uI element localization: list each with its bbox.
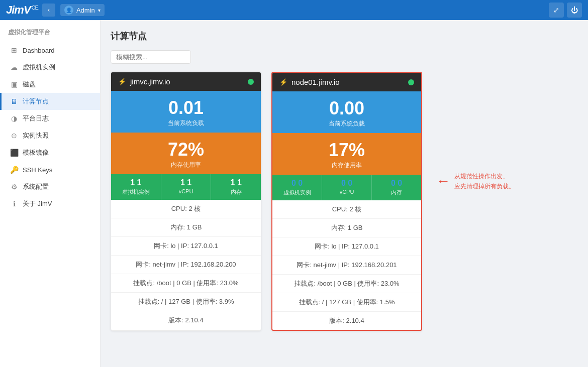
load-value-1: 0.01	[115, 99, 257, 117]
sidebar-item-about[interactable]: ℹ 关于 JimV	[0, 195, 100, 212]
annotation-line1: 从规范性操作出发、	[454, 171, 515, 181]
memory-value-1: 72%	[115, 141, 257, 159]
platform-log-icon: ◑	[10, 114, 19, 123]
node-card-1: ⚡ jimvc.jimv.io 0.01 当前系统负载 72% 内存使用率 1 …	[111, 72, 261, 331]
node-header-left-1: ⚡ jimvc.jimv.io	[118, 77, 170, 86]
sidebar-item-ssh-keys[interactable]: 🔑 SSH Keys	[0, 161, 100, 178]
info-version-2: 版本: 2.10.4	[272, 312, 421, 330]
vm-instances-icon: ☁	[10, 63, 19, 72]
compute-nodes-icon: 🖥	[10, 97, 19, 106]
logo: JimVCE	[6, 4, 38, 17]
info-mount-root-2: 挂载点: / | 127 GB | 使用率: 1.5%	[272, 293, 421, 312]
info-mem-1: 内存: 1 GB	[111, 218, 261, 237]
templates-icon: ⬛	[10, 148, 19, 157]
node-hostname-2: node01.jimv.io	[291, 78, 340, 86]
nav-back-button[interactable]: ‹	[42, 4, 55, 17]
stat-label-vcpu-2: vCPU	[324, 189, 369, 195]
load-label-2: 当前系统负载	[276, 119, 417, 128]
admin-label: Admin	[76, 7, 95, 14]
nodes-wrapper: ⚡ jimvc.jimv.io 0.01 当前系统负载 72% 内存使用率 1 …	[111, 72, 578, 331]
node-load-1: 0.01 当前系统负载	[111, 91, 261, 133]
sidebar-label-compute-nodes: 计算节点	[23, 97, 49, 106]
annotation-line2: 应先清理掉所有负载。	[454, 181, 515, 191]
stat-value-vcpu-2: 0 0	[324, 179, 369, 188]
info-mount-boot-1: 挂载点: /boot | 0 GB | 使用率: 23.0%	[111, 274, 261, 293]
content-area: 计算节点 ⚡ jimvc.jimv.io 0.01 当前系统负载 72%	[101, 20, 588, 367]
page-title: 计算节点	[111, 30, 578, 42]
node-header-1: ⚡ jimvc.jimv.io	[111, 72, 261, 91]
stat-item-vcpu-1: 1 1 vCPU	[161, 174, 212, 200]
node-icon-2: ⚡	[279, 78, 287, 86]
info-mount-boot-2: 挂载点: /boot | 0 GB | 使用率: 23.0%	[272, 275, 421, 293]
node-stats-1: 1 1 虚拟机实例 1 1 vCPU 1 1 内存	[111, 174, 261, 200]
info-cpu-2: CPU: 2 核	[272, 200, 421, 219]
header-actions: ⤢ ⏻	[549, 3, 582, 18]
expand-icon: ⤢	[553, 6, 559, 14]
stat-item-mem-1: 1 1 内存	[211, 174, 261, 200]
ssh-keys-icon: 🔑	[10, 165, 19, 174]
logo-ce: CE	[32, 5, 38, 11]
sidebar-label-sys-config: 系统配置	[23, 182, 49, 191]
stat-label-vm-2: 虚拟机实例	[274, 189, 320, 196]
node-header-2: ⚡ node01.jimv.io	[272, 73, 421, 91]
admin-menu[interactable]: 👤 Admin ▾	[60, 4, 105, 16]
node-header-left-2: ⚡ node01.jimv.io	[279, 78, 340, 86]
info-cpu-1: CPU: 2 核	[111, 200, 261, 218]
annotation-text: 从规范性操作出发、 应先清理掉所有负载。	[454, 171, 515, 192]
sidebar-item-dashboard[interactable]: ⊞ Dashboard	[0, 42, 100, 59]
memory-label-1: 内存使用率	[115, 161, 257, 169]
stat-value-vm-2: 0 0	[274, 179, 320, 188]
sidebar: 虚拟化管理平台 ⊞ Dashboard ☁ 虚拟机实例 ▣ 磁盘 🖥 计算节点 …	[0, 20, 101, 367]
sys-config-icon: ⚙	[10, 182, 19, 191]
power-button[interactable]: ⏻	[567, 3, 582, 18]
memory-value-2: 17%	[276, 141, 417, 159]
sidebar-item-snapshots[interactable]: ⊙ 实例快照	[0, 127, 100, 144]
sidebar-item-platform-log[interactable]: ◑ 平台日志	[0, 110, 100, 127]
sidebar-item-templates[interactable]: ⬛ 模板镜像	[0, 144, 100, 161]
sidebar-item-compute-nodes[interactable]: 🖥 计算节点	[0, 93, 100, 110]
sidebar-label-vm-instances: 虚拟机实例	[23, 63, 55, 72]
node-load-2: 0.00 当前系统负载	[272, 91, 421, 133]
info-mem-2: 内存: 1 GB	[272, 219, 421, 237]
info-nic-net-1: 网卡: net-jimv | IP: 192.168.20.200	[111, 256, 261, 274]
sidebar-label-templates: 模板镜像	[23, 148, 49, 157]
status-dot-2	[408, 79, 414, 85]
annotation-wrapper: ← 从规范性操作出发、 应先清理掉所有负载。	[436, 72, 515, 331]
sidebar-item-disk[interactable]: ▣ 磁盘	[0, 76, 100, 93]
info-nic-net-2: 网卡: net-jimv | IP: 192.168.20.201	[272, 256, 421, 275]
header: JimVCE ‹ 👤 Admin ▾ ⤢ ⏻	[0, 0, 588, 20]
sidebar-label-about: 关于 JimV	[23, 199, 52, 208]
node-icon-1: ⚡	[118, 78, 126, 85]
node-info-2: CPU: 2 核 内存: 1 GB 网卡: lo | IP: 127.0.0.1…	[272, 200, 421, 330]
expand-button[interactable]: ⤢	[549, 3, 564, 18]
stat-value-mem-2: 0 0	[374, 179, 419, 188]
stat-item-vm-1: 1 1 虚拟机实例	[111, 174, 161, 200]
node-hostname-1: jimvc.jimv.io	[130, 77, 170, 86]
annotation-arrow-icon: ←	[436, 173, 450, 189]
annotation: ← 从规范性操作出发、 应先清理掉所有负载。	[436, 171, 515, 192]
power-icon: ⏻	[571, 6, 578, 14]
info-version-1: 版本: 2.10.4	[111, 311, 261, 329]
node-memory-2: 17% 内存使用率	[272, 133, 421, 175]
stat-item-vm-2: 0 0 虚拟机实例	[272, 175, 322, 200]
sidebar-label-platform-log: 平台日志	[23, 114, 49, 123]
node-stats-2: 0 0 虚拟机实例 0 0 vCPU 0 0 内存	[272, 175, 421, 200]
sidebar-label-ssh-keys: SSH Keys	[23, 166, 52, 174]
sidebar-item-sys-config[interactable]: ⚙ 系统配置	[0, 178, 100, 195]
node-memory-1: 72% 内存使用率	[111, 133, 261, 174]
info-nic-lo-2: 网卡: lo | IP: 127.0.0.1	[272, 237, 421, 256]
node-card-2: ⚡ node01.jimv.io 0.00 当前系统负载 17% 内存使用率 0…	[271, 72, 422, 331]
dropdown-arrow-icon: ▾	[98, 8, 101, 13]
sidebar-item-vm-instances[interactable]: ☁ 虚拟机实例	[0, 59, 100, 76]
dashboard-icon: ⊞	[10, 46, 19, 55]
memory-label-2: 内存使用率	[276, 161, 417, 170]
stat-value-vcpu-1: 1 1	[163, 178, 209, 187]
search-input[interactable]	[111, 50, 191, 64]
stat-label-vcpu-1: vCPU	[163, 188, 209, 194]
node-info-1: CPU: 2 核 内存: 1 GB 网卡: lo | IP: 127.0.0.1…	[111, 200, 261, 329]
stat-value-vm-1: 1 1	[113, 178, 159, 187]
load-label-1: 当前系统负载	[115, 119, 257, 128]
load-value-2: 0.00	[276, 99, 417, 117]
status-dot-1	[248, 79, 254, 85]
stat-label-mem-1: 内存	[213, 188, 259, 196]
